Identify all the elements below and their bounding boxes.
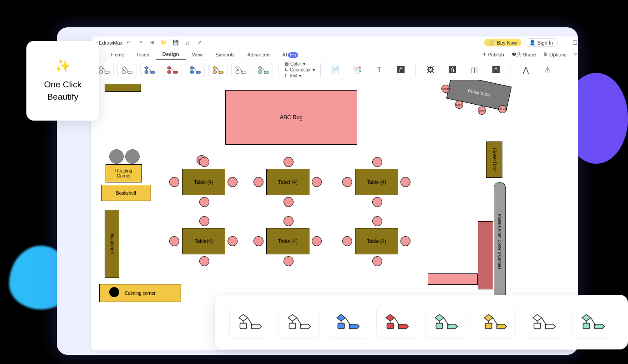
text-format-icon[interactable]: T	[373, 64, 385, 76]
theme-swatch-5[interactable]	[208, 63, 228, 77]
print-icon[interactable]: 🖨	[183, 39, 192, 47]
tab-ai[interactable]: AIhot	[276, 50, 304, 59]
shape-table[interactable]: Table (4)	[355, 228, 398, 254]
theme-swatch-7[interactable]	[254, 63, 273, 77]
dock-theme-5[interactable]	[475, 306, 516, 339]
shape-rug[interactable]: ABC Rug	[225, 90, 357, 145]
shape-chair[interactable]	[199, 197, 209, 207]
window-maximize[interactable]: ☐	[572, 40, 578, 46]
shape-chair[interactable]	[199, 256, 209, 266]
shape-chair[interactable]	[228, 236, 238, 246]
dock-theme-1[interactable]	[279, 306, 319, 339]
shape-table[interactable]: Table (4)	[182, 169, 225, 195]
dock-theme-2[interactable]	[328, 306, 369, 339]
svg-marker-48	[435, 314, 444, 321]
dock-theme-6[interactable]	[524, 306, 565, 339]
window-minimize[interactable]: —	[562, 40, 568, 46]
share-button[interactable]: �共 Share	[508, 51, 540, 58]
shape-chair[interactable]	[400, 177, 410, 187]
shape-chair[interactable]	[199, 157, 209, 167]
shape-chair[interactable]	[284, 157, 294, 167]
shape-chair[interactable]	[312, 177, 322, 187]
shape-reading-corner[interactable]: Reading Corner	[106, 164, 142, 182]
buy-now-button[interactable]: 🛒 Buy Now	[484, 39, 522, 46]
page-setup-icon[interactable]: 📄	[329, 64, 342, 76]
shape-bookshelf-vertical[interactable]: Bookshelf	[105, 210, 119, 278]
layout-icon[interactable]: ◫	[468, 64, 481, 76]
shape-chair[interactable]	[253, 236, 263, 246]
undo-icon[interactable]: ↶	[124, 39, 132, 47]
shape-chair[interactable]	[228, 177, 238, 187]
shape-table[interactable]: Table (4)	[355, 169, 398, 195]
help-icon[interactable]: ?	[570, 52, 578, 57]
shape-chair[interactable]	[342, 177, 352, 187]
connector-dropdown[interactable]: ↳ Connector▾	[284, 67, 315, 72]
shape-ball[interactable]	[109, 287, 119, 297]
theme-swatch-3[interactable]	[163, 63, 182, 77]
warning-icon[interactable]: ⚠	[541, 64, 554, 76]
tab-home[interactable]: Home	[105, 50, 131, 59]
shape-chair[interactable]	[253, 177, 263, 187]
shape-chair[interactable]	[284, 256, 294, 266]
open-icon[interactable]: 📁	[160, 39, 168, 47]
tab-design[interactable]: Design	[156, 50, 186, 60]
redo-icon[interactable]: ↷	[136, 39, 144, 47]
theme-swatch-2[interactable]	[140, 63, 159, 77]
tab-symbols[interactable]: Symbols	[209, 50, 241, 59]
shape-posters[interactable]: Posters From Content Centers	[494, 182, 506, 301]
arrow-up-icon[interactable]: ⋀	[519, 64, 532, 76]
shape-chair[interactable]	[199, 216, 209, 226]
image-icon[interactable]: 🖼	[424, 64, 437, 76]
shape-red-cabinet[interactable]	[478, 221, 493, 289]
options-button[interactable]: ⚙ Options	[540, 51, 570, 57]
export-icon[interactable]: ↗	[195, 39, 203, 47]
dock-theme-7[interactable]	[572, 306, 613, 339]
tab-view[interactable]: View	[186, 50, 209, 59]
page-orient-icon[interactable]: 📑	[351, 64, 364, 76]
app-title: e EdrawMax	[95, 40, 122, 46]
frame-icon[interactable]: 🅰	[446, 64, 459, 76]
beautify-card[interactable]: ✨ One Click Beautify	[26, 41, 99, 121]
shape-chair[interactable]	[372, 216, 382, 226]
shape-chair[interactable]	[284, 216, 294, 226]
text-dropdown[interactable]: T Text ▾	[284, 73, 315, 78]
color-dropdown[interactable]: ▦ Color ▾	[284, 61, 315, 66]
shape-chair[interactable]	[342, 236, 352, 246]
shape-chair[interactable]	[312, 236, 322, 246]
shape-stool[interactable]: Stool	[441, 85, 450, 93]
font-icon[interactable]: 🅰	[395, 64, 407, 76]
shape-closet-door[interactable]: Closet Door	[486, 142, 502, 178]
dock-theme-3[interactable]	[376, 306, 417, 339]
dock-theme-4[interactable]	[425, 306, 466, 339]
style-icon[interactable]: 🅰	[490, 64, 502, 76]
shape-table[interactable]: Table(4)	[182, 228, 225, 254]
publish-button[interactable]: ✈ Publish	[479, 51, 508, 57]
theme-swatch-6[interactable]	[231, 63, 250, 77]
titlebar: e EdrawMax ↶ ↷ ⊞ 📁 💾 🖨 ↗ 🛒 Buy Now 👤 Sig…	[91, 36, 578, 49]
shape-table[interactable]: Table (4)	[266, 228, 309, 254]
shape-small-rug[interactable]	[428, 273, 478, 285]
tab-insert[interactable]: Insert	[131, 50, 156, 59]
shape-stool[interactable]: Stool	[498, 105, 506, 113]
shape-chair[interactable]	[169, 236, 179, 246]
sign-in-button[interactable]: 👤 Sign In	[524, 38, 558, 47]
shape-chair[interactable]	[284, 197, 294, 207]
save-icon[interactable]: 💾	[172, 39, 180, 47]
new-icon[interactable]: ⊞	[148, 39, 156, 47]
theme-swatch-1[interactable]	[117, 63, 137, 77]
theme-swatch-4[interactable]	[186, 63, 205, 77]
shape-chair[interactable]	[169, 177, 179, 187]
shape-shelf-top[interactable]	[105, 84, 141, 92]
shape-chair[interactable]	[372, 197, 382, 207]
shape-table[interactable]: Tabel (4)	[266, 169, 309, 195]
dock-theme-0[interactable]	[229, 306, 270, 339]
shape-cushion[interactable]	[109, 149, 124, 164]
shape-bookshelf[interactable]: Bookshelf	[101, 185, 151, 201]
shape-chair[interactable]	[372, 157, 382, 167]
shape-stool[interactable]: Stool	[455, 101, 463, 109]
shape-cushion[interactable]	[125, 149, 140, 164]
shape-stool[interactable]: Stool	[478, 106, 486, 115]
shape-chair[interactable]	[372, 256, 382, 266]
tab-advanced[interactable]: Advanced	[241, 50, 276, 59]
shape-chair[interactable]	[400, 236, 410, 246]
